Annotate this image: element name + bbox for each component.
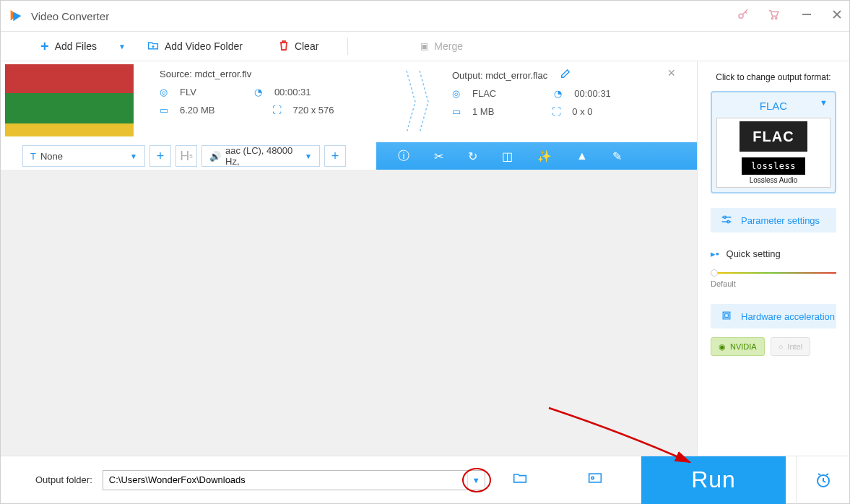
merge-label: Merge [434,40,463,52]
file-list-area: Source: mdct_error.flv ◎FLV ◔00:00:31 ▭6… [1,61,698,456]
disc-icon: ◎ [452,88,465,99]
main-area: Source: mdct_error.flv ◎FLV ◔00:00:31 ▭6… [1,61,849,456]
output-panel: × Output: mdct_error.flac ◎FLAC ◔00:00:3… [430,61,697,142]
quick-setting-icon: ▸▪ [711,248,719,259]
output-folder-label: Output folder: [35,474,92,485]
source-panel: Source: mdct_error.flv ◎FLV ◔00:00:31 ▭6… [138,61,404,142]
svg-point-11 [727,220,729,222]
info-icon[interactable]: ⓘ [398,149,409,164]
empty-list-area [1,170,697,456]
svg-point-2 [776,17,777,19]
browse-button[interactable] [588,472,602,487]
effects-icon[interactable]: ✨ [537,149,552,163]
speaker-icon: 🔊 [209,151,221,162]
file-item: Source: mdct_error.flv ◎FLV ◔00:00:31 ▭6… [1,61,697,142]
chip-icon [721,310,732,323]
disc-icon: ◎ [160,87,173,97]
dimensions-icon: ⛶ [552,106,565,117]
add-files-label: Add Files [55,40,97,52]
svg-rect-13 [725,313,729,317]
source-resolution: ⛶720 x 576 [272,105,334,116]
lossless-sub: Lossless Audio [750,176,798,184]
folder-plus-icon [147,40,159,53]
cut-icon[interactable]: ✂ [434,149,443,163]
edit-icon[interactable]: ✎ [612,149,622,163]
chevron-down-icon: ▼ [130,152,137,160]
plus-icon: + [40,38,49,55]
cart-icon[interactable] [767,8,780,24]
slider-default-label: Default [711,279,836,288]
add-subtitle-button[interactable]: + [149,145,171,167]
arrow-forward-2 [417,61,430,142]
format-title: FLAC [716,97,831,118]
output-size: ▭1 MB [452,106,494,117]
output-folder-dropdown[interactable]: ▼ [467,471,485,490]
titlebar: Video Converter [1,1,849,31]
svg-point-0 [739,14,743,18]
merge-icon: ▣ [420,41,428,51]
svg-rect-12 [723,312,730,319]
open-folder-button[interactable] [513,472,527,487]
intel-badge[interactable]: ○Intel [771,337,810,356]
arrow-forward [404,61,417,142]
schedule-button[interactable] [796,456,849,504]
quick-setting-label: ▸▪ Quick setting [711,248,836,259]
folder-icon: ▭ [452,106,465,117]
svg-point-1 [771,17,773,19]
parameter-settings-button[interactable]: Parameter settings [711,208,836,233]
clear-button[interactable]: Clear [279,40,318,53]
main-toolbar: + Add Files ▼ Add Video Folder Clear ▣ M… [1,31,849,61]
source-label: Source: [160,69,192,79]
app-title: Video Converter [31,10,109,22]
audio-track-dropdown[interactable]: 🔊 aac (LC), 48000 Hz, ▼ [201,145,320,167]
intel-icon: ○ [779,342,784,351]
lossless-mark: lossless [742,157,805,175]
nvidia-badge[interactable]: ◉NVIDIA [711,337,765,356]
clock-icon: ◔ [254,87,267,97]
output-label: Output: [452,70,483,81]
watermark-icon[interactable]: ▲ [576,149,588,162]
slider-thumb[interactable] [711,269,718,277]
output-sidebar: Click to change output format: FLAC ▼ FL… [698,61,849,456]
output-folder-input[interactable] [103,471,467,490]
close-button[interactable] [832,9,842,22]
add-files-button[interactable]: + Add Files [40,38,97,55]
output-duration: ◔00:00:31 [554,88,611,99]
run-button[interactable]: Run [641,456,786,504]
key-icon[interactable] [737,8,750,24]
dimensions-icon: ⛶ [272,105,285,116]
rotate-icon[interactable]: ↻ [468,149,477,163]
format-hint: Click to change output format: [698,72,849,82]
source-format: ◎FLV [160,87,196,97]
param-label: Parameter settings [741,215,820,226]
nvidia-icon: ◉ [719,342,726,352]
bottom-bar: Output folder: ▼ Run [1,456,849,503]
add-folder-button[interactable]: Add Video Folder [147,40,243,53]
sliders-icon [721,214,732,227]
text-icon: T [30,151,36,162]
source-size: ▭6.20 MB [160,105,214,116]
minimize-button[interactable] [802,9,812,22]
hardcode-subtitle-button[interactable]: H5 [175,145,197,167]
merge-button[interactable]: ▣ Merge [420,40,463,52]
clock-icon: ◔ [554,88,567,99]
hardware-accel-button[interactable]: Hardware acceleration [711,304,836,329]
add-files-dropdown-caret[interactable]: ▼ [118,43,126,51]
add-audio-button[interactable]: + [324,145,346,167]
video-thumbnail[interactable] [5,64,134,136]
item-action-bar: T None ▼ + H5 🔊 aac (LC), 48000 Hz, ▼ + … [1,142,697,170]
clear-label: Clear [295,40,318,52]
remove-item-button[interactable]: × [667,66,675,81]
app-window: Video Converter + Add Files ▼ [0,0,850,504]
output-folder-field-wrap: ▼ [103,470,485,490]
file-details: Source: mdct_error.flv ◎FLV ◔00:00:31 ▭6… [138,61,697,142]
chevron-down-icon: ▼ [305,152,312,160]
crop-icon[interactable]: ◫ [502,149,513,163]
subtitle-dropdown[interactable]: T None ▼ [22,145,145,167]
chevron-down-icon: ▼ [820,98,828,107]
edit-output-button[interactable] [560,69,571,81]
output-resolution: ⛶0 x 0 [552,106,592,117]
output-format-selector[interactable]: FLAC ▼ FLAC lossless Lossless Audio [711,91,836,194]
trash-icon [279,40,289,53]
quality-slider[interactable] [711,268,836,278]
